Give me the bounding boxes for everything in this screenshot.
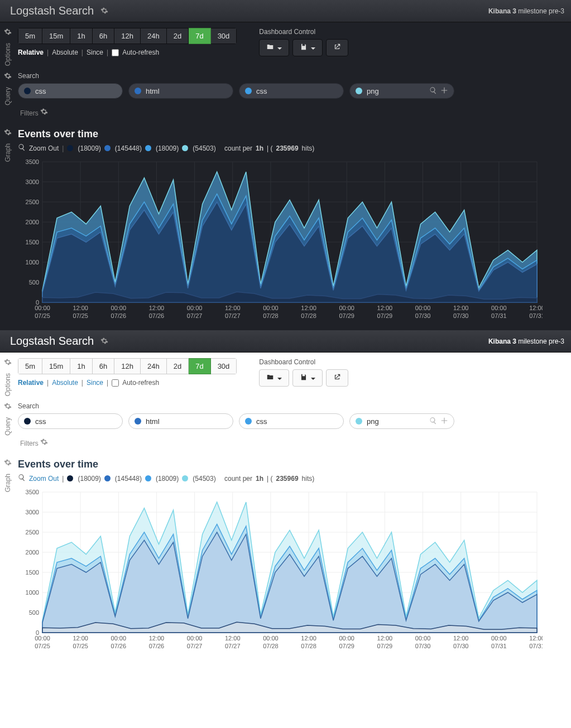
zoom-out-link[interactable]: Zoom Out xyxy=(29,475,59,483)
query-text: html xyxy=(146,417,227,426)
save-dashboard-button[interactable] xyxy=(292,39,323,56)
share-dashboard-button[interactable] xyxy=(326,39,348,56)
dashboard-control-label: Dashboard Control xyxy=(259,28,348,36)
auto-refresh-checkbox[interactable] xyxy=(112,379,119,387)
svg-text:12:00: 12:00 xyxy=(149,305,165,311)
svg-text:07/25: 07/25 xyxy=(35,312,50,319)
search-icon[interactable] xyxy=(429,86,437,96)
time-range-7d[interactable]: 7d xyxy=(189,358,210,374)
time-mode-row: Relative| Absolute| Since| Auto-refresh xyxy=(18,379,237,387)
mode-since[interactable]: Since xyxy=(87,49,103,56)
query-pill-3[interactable]: png xyxy=(349,413,454,429)
query-pill-0[interactable]: css xyxy=(18,413,123,429)
time-range-group: 5m15m1h6h12h24h2d7d30d xyxy=(18,28,237,44)
time-range-12h[interactable]: 12h xyxy=(114,358,141,374)
query-text: css xyxy=(35,87,117,95)
legend-count: (54503) xyxy=(193,475,215,483)
time-range-15m[interactable]: 15m xyxy=(42,358,70,374)
gear-icon[interactable] xyxy=(40,109,48,117)
mode-absolute[interactable]: Absolute xyxy=(52,379,78,387)
time-range-15m[interactable]: 15m xyxy=(42,28,70,44)
query-text: css xyxy=(35,417,117,426)
svg-text:07/27: 07/27 xyxy=(187,312,203,319)
mode-relative[interactable]: Relative xyxy=(18,379,44,387)
filters-row: Filters xyxy=(18,435,563,449)
search-icon[interactable] xyxy=(429,417,437,426)
query-pill-1[interactable]: html xyxy=(128,83,233,99)
gear-icon[interactable] xyxy=(4,358,12,368)
gear-icon[interactable] xyxy=(4,402,12,412)
svg-text:1500: 1500 xyxy=(26,569,39,576)
svg-text:00:00: 00:00 xyxy=(111,305,127,311)
svg-text:3000: 3000 xyxy=(26,179,39,185)
zoom-out-link[interactable]: Zoom Out xyxy=(29,144,59,152)
gear-icon[interactable] xyxy=(40,440,48,447)
events-chart: 050010001500200025003000350000:0007/2512… xyxy=(18,489,563,656)
save-icon xyxy=(300,43,308,52)
time-range-5m[interactable]: 5m xyxy=(18,358,42,374)
svg-text:00:00: 00:00 xyxy=(187,305,203,311)
svg-text:3500: 3500 xyxy=(26,489,39,495)
svg-text:00:00: 00:00 xyxy=(111,635,127,642)
svg-text:07/26: 07/26 xyxy=(111,643,127,649)
filters-row: Filters xyxy=(18,104,563,118)
svg-text:07/30: 07/30 xyxy=(415,643,431,649)
time-range-24h[interactable]: 24h xyxy=(141,358,167,374)
gear-icon[interactable] xyxy=(4,28,12,37)
svg-text:00:00: 00:00 xyxy=(263,305,279,311)
gear-icon[interactable] xyxy=(4,72,12,81)
query-color-dot xyxy=(245,418,252,425)
time-range-5m[interactable]: 5m xyxy=(18,28,42,44)
query-pill-0[interactable]: css xyxy=(18,83,123,99)
gear-icon[interactable] xyxy=(4,128,12,138)
mode-relative[interactable]: Relative xyxy=(18,49,44,56)
options-section: 5m15m1h6h12h24h2d7d30d Relative| Absolut… xyxy=(18,358,563,387)
time-range-2d[interactable]: 2d xyxy=(167,28,189,44)
mode-absolute[interactable]: Absolute xyxy=(52,49,78,56)
query-pill-3[interactable]: png xyxy=(349,83,454,99)
time-range-1h[interactable]: 1h xyxy=(70,358,92,374)
query-color-dot xyxy=(356,418,362,425)
brand-label: Kibana 3 milestone pre-3 xyxy=(488,7,564,15)
save-dashboard-button[interactable] xyxy=(292,369,323,387)
time-range-6h[interactable]: 6h xyxy=(93,28,114,44)
svg-text:07/25: 07/25 xyxy=(73,643,88,649)
svg-text:00:00: 00:00 xyxy=(35,635,50,642)
gear-icon[interactable] xyxy=(4,459,12,468)
svg-text:3000: 3000 xyxy=(26,509,39,515)
mode-since[interactable]: Since xyxy=(87,379,103,387)
svg-text:00:00: 00:00 xyxy=(339,305,354,311)
auto-refresh-checkbox[interactable] xyxy=(112,49,119,56)
share-icon xyxy=(333,373,341,383)
legend-dot xyxy=(145,145,151,151)
svg-text:12:00: 12:00 xyxy=(377,305,393,311)
rail-label-graph: Graph xyxy=(4,143,12,162)
legend-row: Zoom Out|(18009)(145448)(18009)(54503) c… xyxy=(18,474,563,483)
gear-icon[interactable] xyxy=(100,335,108,348)
svg-text:07/30: 07/30 xyxy=(453,312,469,319)
plus-icon[interactable] xyxy=(440,417,448,426)
legend-count: (54503) xyxy=(193,144,215,152)
time-range-30d[interactable]: 30d xyxy=(211,28,237,44)
svg-text:12:00: 12:00 xyxy=(529,305,543,311)
time-range-24h[interactable]: 24h xyxy=(141,28,167,44)
time-range-30d[interactable]: 30d xyxy=(211,358,237,374)
query-pill-2[interactable]: css xyxy=(239,413,344,429)
time-range-7d[interactable]: 7d xyxy=(189,28,210,44)
query-pill-1[interactable]: html xyxy=(128,413,233,429)
events-chart: 050010001500200025003000350000:0007/2512… xyxy=(18,158,563,326)
open-dashboard-button[interactable] xyxy=(259,39,289,56)
svg-text:12:00: 12:00 xyxy=(73,305,88,311)
svg-text:07/29: 07/29 xyxy=(339,312,354,319)
query-pill-2[interactable]: css xyxy=(239,83,344,99)
gear-icon[interactable] xyxy=(100,4,108,17)
plus-icon[interactable] xyxy=(440,86,448,96)
legend-count: (145448) xyxy=(115,475,142,483)
time-range-1h[interactable]: 1h xyxy=(70,28,92,44)
rail-label-options: Options xyxy=(4,43,12,66)
time-range-6h[interactable]: 6h xyxy=(93,358,114,374)
share-dashboard-button[interactable] xyxy=(326,369,348,387)
open-dashboard-button[interactable] xyxy=(259,369,289,387)
time-range-12h[interactable]: 12h xyxy=(114,28,141,44)
time-range-2d[interactable]: 2d xyxy=(167,358,189,374)
